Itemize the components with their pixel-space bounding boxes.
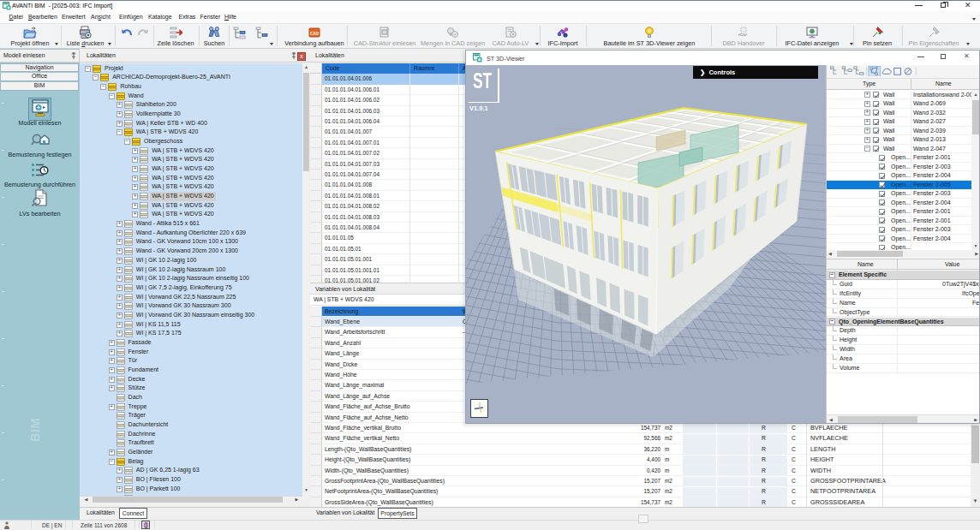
- svg-text:CAD: CAD: [310, 32, 320, 36]
